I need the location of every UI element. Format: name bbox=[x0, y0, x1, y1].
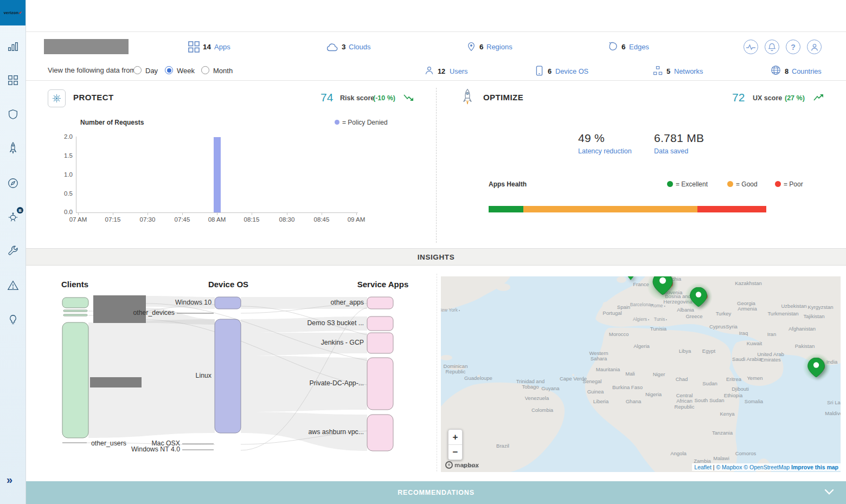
radio-week[interactable] bbox=[165, 66, 173, 74]
sankey-node-private-dc[interactable] bbox=[367, 358, 393, 410]
sankey-label-linux: Linux bbox=[163, 372, 211, 379]
radio-day[interactable] bbox=[133, 66, 142, 74]
map-pin-marker[interactable] bbox=[690, 287, 707, 307]
sankey-label-windows10: Windows 10 bbox=[146, 299, 211, 306]
optimize-delta: (27 %) bbox=[785, 94, 805, 102]
edges-link[interactable]: Edges bbox=[629, 43, 649, 51]
chevron-down-icon[interactable] bbox=[824, 489, 834, 495]
sankey-node-jenkins[interactable] bbox=[367, 333, 393, 353]
verizon-logo-text: verizon bbox=[4, 10, 19, 15]
zoom-in-button[interactable]: + bbox=[448, 430, 462, 444]
sankey-node-client[interactable] bbox=[63, 314, 87, 316]
sidebar-item-optimize[interactable] bbox=[6, 141, 20, 155]
sidebar-item-protect[interactable] bbox=[6, 107, 20, 121]
insights-title: INSIGHTS bbox=[418, 253, 455, 261]
sidebar-item-ideas[interactable] bbox=[6, 313, 20, 326]
radio-month-label[interactable]: Month bbox=[213, 67, 233, 75]
sankey-label-winnt: Windows NT 4.0 bbox=[126, 445, 180, 453]
wrench-icon bbox=[7, 245, 19, 257]
networks-link[interactable]: Networks bbox=[674, 67, 703, 75]
sidebar-item-bot[interactable]: B bbox=[6, 210, 20, 224]
clouds-link[interactable]: Clouds bbox=[349, 43, 370, 51]
osm-link[interactable]: © OpenStreetMap bbox=[744, 464, 791, 470]
compass-icon bbox=[7, 177, 19, 189]
sidebar-expand-button[interactable]: » bbox=[7, 474, 11, 486]
panel-divider bbox=[436, 88, 437, 243]
radio-day-label[interactable]: Day bbox=[145, 67, 158, 75]
mapbox-link[interactable]: © Mapbox bbox=[716, 464, 744, 470]
legend-excellent: = Excellent bbox=[676, 180, 708, 188]
sidebar-item-tools[interactable] bbox=[6, 244, 20, 257]
latency-link[interactable]: Latency reduction bbox=[578, 147, 632, 155]
rocket-icon bbox=[7, 142, 19, 155]
mapbox-logo-text: mapbox bbox=[454, 462, 479, 468]
sankey-node-client[interactable] bbox=[63, 310, 87, 312]
sidebar-item-alerts[interactable] bbox=[6, 279, 20, 292]
bar-chart-icon bbox=[7, 41, 19, 53]
activity-button[interactable] bbox=[744, 40, 758, 54]
xtick: 08 AM bbox=[204, 216, 230, 223]
mapbox-logo[interactable]: ⌾ mapbox bbox=[445, 461, 479, 469]
sankey-node-client[interactable] bbox=[62, 298, 88, 308]
map-pin-marker-partial[interactable] bbox=[627, 276, 634, 280]
map-city-label: Rome bbox=[651, 303, 665, 308]
ytick: 1.0 bbox=[63, 171, 73, 178]
filter-label: View the following data from: bbox=[48, 66, 138, 74]
sankey-node-windows10[interactable] bbox=[215, 297, 241, 309]
world-map[interactable]: France Ukraine Kazakhstan Czechia Sloven… bbox=[441, 276, 841, 472]
legend-dot-poor bbox=[775, 181, 781, 187]
protect-score-label: Risk score bbox=[340, 94, 374, 102]
notifications-button[interactable] bbox=[765, 40, 779, 54]
chart-bar-policy-denied bbox=[214, 137, 221, 212]
apps-link[interactable]: Apps bbox=[214, 43, 230, 51]
warning-triangle-icon bbox=[7, 280, 19, 292]
radio-month[interactable] bbox=[201, 66, 209, 74]
data-saved-link[interactable]: Data saved bbox=[654, 147, 688, 155]
sankey-node-other-apps[interactable] bbox=[367, 297, 393, 309]
clouds-count: 3 bbox=[342, 43, 346, 51]
xtick: 08:45 bbox=[309, 216, 335, 223]
account-button[interactable] bbox=[807, 40, 822, 54]
sankey-node-aws-ashburn[interactable] bbox=[367, 415, 393, 451]
xtick-mark bbox=[113, 212, 113, 215]
xtick-mark bbox=[78, 212, 79, 215]
xtick: 08:30 bbox=[274, 216, 300, 223]
map-pin-marker[interactable] bbox=[652, 276, 673, 295]
countries-link[interactable]: Countries bbox=[792, 67, 822, 75]
beta-badge: B bbox=[17, 207, 23, 214]
sidebar-item-analytics[interactable] bbox=[6, 40, 20, 53]
users-link[interactable]: Users bbox=[450, 67, 467, 75]
insights-header: INSIGHTS bbox=[26, 248, 846, 266]
sankey-node-client-main[interactable] bbox=[62, 322, 88, 438]
optimize-score-label: UX score bbox=[753, 94, 782, 102]
recommendations-bar[interactable]: RECOMMENDATIONS bbox=[26, 481, 846, 504]
regions-link[interactable]: Regions bbox=[486, 43, 512, 51]
map-pin-marker[interactable] bbox=[807, 358, 825, 377]
sidebar-item-dashboard[interactable] bbox=[6, 73, 20, 87]
sankey-label-aws-ashburn: aws ashburn vpc... bbox=[277, 428, 364, 436]
countries-count: 8 bbox=[785, 67, 789, 75]
sankey-label-private-dc: Private-DC-App-... bbox=[277, 379, 364, 387]
map-city-label: Tunis bbox=[654, 316, 667, 322]
xtick: 07:45 bbox=[169, 216, 195, 223]
xtick-mark bbox=[217, 212, 217, 215]
radio-week-label[interactable]: Week bbox=[177, 67, 195, 75]
chart-title: Number of Requests bbox=[80, 119, 144, 126]
sidebar-item-explore[interactable] bbox=[6, 176, 20, 190]
sankey-node-linux[interactable] bbox=[215, 319, 241, 433]
zoom-out-button[interactable]: − bbox=[448, 444, 462, 460]
improve-map-link[interactable]: Improve this map bbox=[791, 464, 838, 470]
xtick-mark bbox=[287, 212, 287, 215]
help-button[interactable]: ? bbox=[786, 40, 800, 54]
recommendations-title: RECOMMENDATIONS bbox=[398, 489, 475, 496]
deviceos-link[interactable]: Device OS bbox=[555, 67, 588, 75]
map-city-label: Algiers bbox=[633, 316, 649, 322]
sankey-node-demo-s3[interactable] bbox=[367, 316, 393, 331]
edges-count: 6 bbox=[621, 43, 626, 51]
xtick-mark bbox=[148, 212, 148, 215]
leaflet-link[interactable]: Leaflet bbox=[694, 464, 712, 470]
legend-poor: = Poor bbox=[784, 180, 803, 188]
legend-policy-denied: = Policy Denied bbox=[342, 119, 388, 126]
question-icon: ? bbox=[791, 43, 796, 51]
redacted-region bbox=[90, 377, 142, 387]
